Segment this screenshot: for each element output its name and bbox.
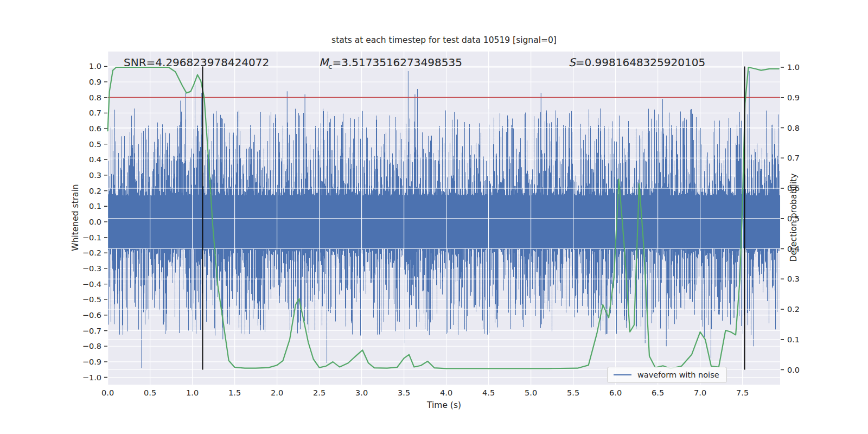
- left-y-tick-label: 0.3: [73, 171, 101, 180]
- x-tick-label: 4.5: [482, 388, 495, 397]
- annotation-s-value: =0.9981648325920105: [576, 56, 705, 69]
- right-y-tick-label: 0.5: [787, 214, 800, 223]
- right-y-tick-label: 0.8: [787, 124, 800, 132]
- x-tick-label: 7.5: [736, 388, 749, 397]
- annotation-mc-symbol: M: [319, 56, 328, 69]
- x-tick-label: 5.5: [567, 388, 579, 397]
- x-tick-label: 2.5: [313, 388, 326, 397]
- left-y-tick-label: −0.8: [73, 342, 101, 350]
- annotation-mc-value: =3.5173516273498535: [332, 56, 462, 69]
- left-y-tick-label: 1.0: [73, 62, 101, 71]
- right-y-tick-label: 0.3: [787, 275, 800, 283]
- left-y-tick-label: 0.8: [73, 93, 101, 102]
- left-y-tick-label: 0.2: [73, 187, 101, 195]
- x-tick-label: 1.5: [228, 388, 241, 397]
- left-y-tick-label: 0.9: [73, 78, 101, 86]
- left-y-tick-label: −0.6: [73, 311, 101, 320]
- right-y-tick-label: 0.9: [787, 93, 800, 102]
- x-tick-label: 7.0: [694, 388, 706, 397]
- left-y-tick-label: 0.0: [73, 218, 101, 226]
- x-tick-label: 6.5: [652, 388, 664, 397]
- chart-title: stats at each timestep for test data 105…: [108, 35, 780, 45]
- left-y-tick-label: −0.4: [73, 280, 101, 289]
- left-y-tick-label: −0.7: [73, 327, 101, 335]
- x-tick-label: 4.0: [440, 388, 452, 397]
- x-tick-label: 2.0: [271, 388, 283, 397]
- x-tick-label: 0.5: [144, 388, 156, 397]
- annotation-significance: S=0.9981648325920105: [569, 56, 705, 69]
- left-y-tick-label: −1.0: [73, 373, 101, 382]
- left-y-tick-label: −0.2: [73, 248, 101, 257]
- right-y-tick-label: 0.1: [787, 335, 800, 344]
- left-y-tick-label: 0.5: [73, 140, 101, 149]
- right-y-tick-label: 0.7: [787, 154, 800, 162]
- x-tick-label: 3.5: [398, 388, 410, 397]
- left-y-tick-label: −0.1: [73, 233, 101, 242]
- x-tick-label: 1.0: [186, 388, 199, 397]
- x-tick-label: 3.0: [355, 388, 368, 397]
- right-y-tick-label: 1.0: [787, 63, 800, 72]
- legend: waveform with noise: [607, 367, 727, 383]
- left-y-tick-label: 0.7: [73, 108, 101, 117]
- right-y-tick-label: 0.2: [787, 305, 800, 314]
- figure: stats at each timestep for test data 105…: [0, 0, 868, 434]
- x-tick-label: 0.0: [101, 388, 114, 397]
- x-axis-label: Time (s): [108, 400, 780, 410]
- legend-line-sample: [614, 374, 631, 375]
- left-y-tick-label: −0.9: [73, 358, 101, 366]
- annotation-snr: SNR=4.296823978424072: [124, 56, 269, 69]
- left-y-tick-label: 0.4: [73, 155, 101, 164]
- x-tick-label: 6.0: [609, 388, 622, 397]
- left-y-tick-label: −0.5: [73, 295, 101, 304]
- right-y-tick-label: 0.6: [787, 184, 800, 193]
- legend-label: waveform with noise: [637, 371, 719, 379]
- right-y-tick-label: 0.0: [787, 366, 800, 374]
- left-y-tick-label: 0.6: [73, 124, 101, 133]
- annotation-chirp-mass: Mc=3.5173516273498535: [319, 56, 462, 71]
- left-y-tick-label: −0.3: [73, 264, 101, 273]
- left-y-tick-label: 0.1: [73, 202, 101, 210]
- right-y-tick-label: 0.4: [787, 245, 800, 253]
- annotation-s-symbol: S: [569, 56, 576, 69]
- x-tick-label: 5.0: [525, 388, 537, 397]
